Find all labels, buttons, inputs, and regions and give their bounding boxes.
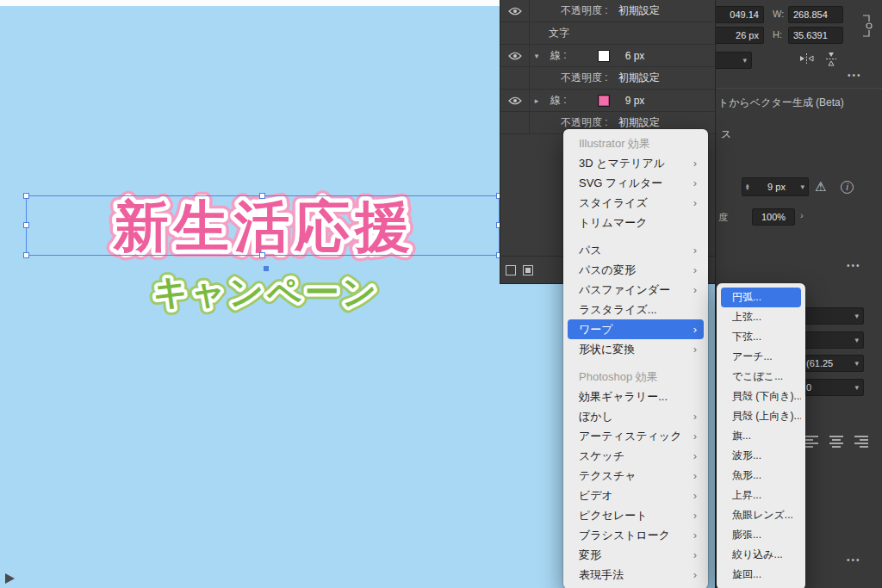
appearance-row-stroke-pink[interactable]: ▸ 線 : 9 px (500, 90, 715, 112)
visibility-eye-icon[interactable] (500, 0, 530, 22)
menu-item[interactable]: 表現手法 › (568, 565, 704, 585)
menu-item[interactable]: スタイライズ › (568, 193, 704, 213)
selection-handle[interactable] (23, 222, 29, 228)
stroke-label: 線 : (550, 48, 567, 63)
menu-item[interactable]: 波形... (721, 446, 801, 466)
info-icon[interactable]: i (841, 181, 854, 194)
menu-item[interactable]: 貝殻 (上向き)... (721, 406, 801, 426)
y-position-input[interactable]: 26 px (715, 27, 764, 44)
chevron-down-icon: ▾ (742, 56, 747, 65)
stepper-arrows-icon[interactable]: ▴ ▾ (742, 183, 753, 190)
align-left-icon[interactable] (803, 435, 820, 449)
stroke-width-value[interactable]: 6 px (625, 50, 645, 62)
menu-item-label: トリムマーク (579, 215, 648, 231)
menu-item[interactable]: ワープ › (568, 319, 704, 339)
menu-item-label: 波形... (732, 449, 761, 463)
rotate-angle-dropdown[interactable]: ▾ (715, 52, 752, 69)
stroke-color-swatch-pink[interactable] (598, 95, 610, 107)
menu-item-label: 変形 (579, 548, 601, 563)
opacity-chevron-icon[interactable]: › (800, 210, 804, 220)
flip-horizontal-icon[interactable] (798, 53, 815, 65)
menu-item[interactable]: スケッチ › (568, 446, 704, 466)
menu-item[interactable]: ビデオ › (568, 486, 704, 505)
chevron-down-icon[interactable]: ▾ (800, 183, 808, 191)
menu-item[interactable]: 上昇... (721, 486, 801, 505)
text-anchor-point[interactable] (264, 266, 269, 271)
stroke-width-value[interactable]: 9 px (625, 95, 645, 107)
menu-item-label: 膨張... (732, 528, 761, 542)
menu-item-label: 絞り込み... (732, 548, 783, 562)
menu-item-label: 下弦... (732, 330, 761, 344)
menu-item[interactable]: ラスタライズ... › (568, 300, 704, 319)
align-right-icon[interactable] (853, 435, 870, 449)
visibility-eye-icon[interactable] (500, 45, 530, 66)
menu-item[interactable]: でこぼこ... (721, 367, 801, 387)
visibility-eye-icon[interactable] (500, 90, 530, 111)
more-options-icon[interactable]: ••• (847, 261, 861, 270)
menu-item[interactable]: ピクセレート › (568, 505, 704, 525)
appearance-row-opacity[interactable]: 不透明度 : 初期設定 (500, 67, 715, 90)
y-position-value: 26 px (736, 30, 759, 40)
constrain-proportions-link-icon[interactable] (860, 8, 873, 44)
menu-item[interactable]: 貝殻 (下向き)... (721, 387, 801, 406)
height-input[interactable]: 35.6391 (788, 27, 843, 44)
menu-item-label: 旋回... (732, 567, 761, 582)
selection-handle[interactable] (259, 193, 265, 199)
selection-handle[interactable] (23, 193, 29, 199)
menu-item[interactable]: パス › (568, 240, 704, 260)
appearance-row-opacity[interactable]: 不透明度 : 初期設定 (500, 0, 715, 22)
menu-item[interactable]: 魚眼レンズ... (721, 505, 801, 525)
align-center-icon[interactable] (828, 435, 845, 449)
selection-handle[interactable] (259, 252, 265, 258)
info-letter: i (846, 183, 848, 192)
submenu-chevron-icon: › (693, 489, 697, 502)
menu-item[interactable]: トリムマーク › (568, 213, 704, 232)
menu-item[interactable]: 円弧... (721, 288, 801, 307)
menu-item[interactable]: 膨張... (721, 525, 801, 545)
menu-item[interactable]: アーティスティック › (568, 426, 704, 446)
expand-chevron-icon[interactable]: ▾ (530, 52, 543, 60)
menu-item[interactable]: パスの変形 › (568, 260, 704, 280)
menu-item[interactable]: 上弦... (721, 307, 801, 327)
collapse-chevron-icon[interactable]: ▸ (530, 96, 543, 105)
more-options-icon[interactable]: ••• (847, 555, 861, 565)
add-stroke-button[interactable] (506, 265, 516, 275)
menu-item[interactable]: 絞り込み... (721, 545, 801, 565)
menu-item[interactable]: 旗... (721, 426, 801, 446)
selection-handle[interactable] (23, 252, 29, 258)
menu-item-label: ピクセレート (579, 508, 648, 523)
flip-vertical-icon[interactable] (825, 51, 837, 67)
width-input[interactable]: 268.854 (788, 6, 843, 23)
menu-item[interactable]: 魚形... (721, 466, 801, 486)
menu-item[interactable]: 旋回... (721, 565, 801, 585)
menu-item[interactable]: 下弦... (721, 327, 801, 347)
menu-item[interactable]: SVG フィルター › (568, 173, 704, 193)
menu-item[interactable]: アーチ... (721, 347, 801, 367)
opacity-value-link[interactable]: 初期設定 (618, 71, 660, 85)
appearance-row-stroke-white[interactable]: ▾ 線 : 6 px (500, 45, 715, 67)
menu-item[interactable]: テクスチャ › (568, 466, 704, 486)
stroke-width-stepper[interactable]: ▴ ▾ 9 px ▾ (742, 177, 809, 196)
menu-item[interactable]: ぼかし › (568, 406, 704, 426)
subtitle-text[interactable]: キャンペーン キャンペーン キャンペーン (153, 272, 380, 312)
more-options-icon[interactable]: ••• (848, 71, 862, 80)
stepper-down-icon[interactable]: ▾ (746, 187, 749, 190)
add-fill-button[interactable] (523, 265, 533, 275)
menu-item[interactable]: 3D とマテリアル › (568, 153, 704, 173)
generate-vector-beta-label[interactable]: トからベクター生成 (Beta) (718, 96, 844, 110)
stroke-color-swatch-white[interactable] (598, 50, 610, 62)
menu-item[interactable]: パスファインダー › (568, 280, 704, 300)
appearance-row-characters[interactable]: 文字 (500, 22, 715, 45)
selection-bounding-box[interactable] (26, 195, 500, 256)
menu-item[interactable]: 変形 › (568, 545, 704, 565)
stroke-width-field[interactable]: 9 px (753, 182, 801, 192)
menu-item[interactable]: ブラシストローク › (568, 525, 704, 545)
menu-item-label: スタイライズ (579, 195, 648, 211)
opacity-value-link[interactable]: 初期設定 (618, 115, 660, 130)
eye-column (500, 112, 530, 133)
opacity-value-link[interactable]: 初期設定 (618, 3, 660, 18)
menu-item[interactable]: 効果ギャラリー... › (568, 387, 704, 406)
opacity-input[interactable]: 100% (752, 208, 795, 226)
x-position-input[interactable]: 049.14 (715, 6, 764, 23)
menu-item[interactable]: 形状に変換 › (568, 339, 704, 359)
